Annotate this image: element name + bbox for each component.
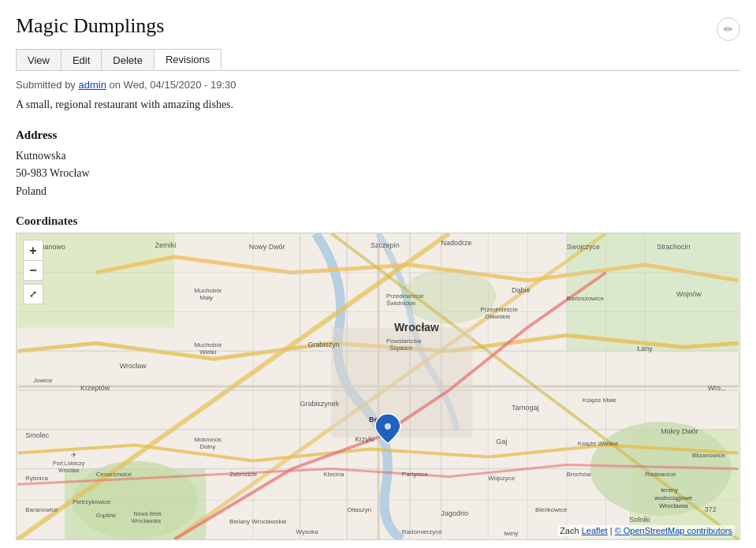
svg-text:Łany: Łany (637, 345, 653, 352)
svg-text:Bielany Wrocławskie: Bielany Wrocławskie (229, 518, 287, 525)
svg-text:Bartoszowice: Bartoszowice (567, 295, 605, 302)
address-line3: Poland (16, 183, 740, 200)
fullscreen-button[interactable]: ⤢ (23, 284, 43, 304)
svg-text:Wojnów: Wojnów (676, 290, 702, 298)
svg-text:Solniki: Solniki (629, 516, 650, 524)
svg-text:Księże Wielkie: Księże Wielkie (578, 440, 619, 447)
svg-text:Wojszyce: Wojszyce (488, 475, 515, 483)
zoom-in-button[interactable]: + (23, 240, 43, 260)
svg-text:Bieńkowice: Bieńkowice (535, 506, 568, 513)
svg-text:Ołtaszyn: Ołtaszyn (347, 506, 371, 513)
page-title: Magic Dumplings (16, 14, 165, 38)
svg-text:Nowa Wieś: Nowa Wieś (134, 511, 162, 516)
svg-point-99 (385, 423, 391, 430)
svg-text:Wysoka: Wysoka (296, 528, 319, 535)
svg-text:Radomierzyce: Radomierzyce (402, 528, 442, 535)
svg-text:Pietrzykowice: Pietrzykowice (73, 498, 111, 505)
svg-text:Przedmieście: Przedmieście (480, 307, 518, 314)
svg-text:Wrocławia: Wrocławia (659, 502, 688, 509)
osm-link[interactable]: © OpenStreetMap contributors (615, 526, 732, 535)
svg-text:Wrocław: Wrocław (120, 362, 147, 370)
svg-text:Mały: Mały (199, 294, 213, 301)
svg-text:Smolec: Smolec (25, 431, 49, 439)
svg-rect-2 (567, 233, 739, 351)
svg-text:Baranowice: Baranowice (25, 506, 58, 513)
submitted-suffix: on Wed, 04/15/2020 - 19:30 (110, 79, 236, 91)
svg-text:Żabrodzie: Żabrodzie (229, 472, 258, 479)
svg-text:Blizanowice: Blizanowice (692, 452, 725, 459)
svg-text:Nowy Dwór: Nowy Dwór (249, 243, 285, 251)
svg-text:Muchobór: Muchobór (194, 341, 222, 349)
tab-view[interactable]: View (16, 49, 61, 70)
svg-text:Oławskie: Oławskie (485, 314, 511, 321)
svg-text:Partynice: Partynice (402, 472, 429, 479)
tab-delete[interactable]: Delete (101, 49, 155, 70)
tab-bar: View Edit Delete Revisions (16, 49, 740, 71)
svg-text:Wrocławska: Wrocławska (132, 518, 161, 524)
edit-pencil-button[interactable]: ✏ (717, 17, 740, 41)
svg-text:Rybnica: Rybnica (25, 475, 48, 483)
svg-text:Wielki: Wielki (199, 349, 216, 356)
svg-text:Dolny: Dolny (199, 443, 215, 450)
svg-text:Jowice: Jowice (33, 377, 53, 384)
svg-text:Gądów: Gądów (96, 512, 116, 519)
svg-text:Jagodno: Jagodno (441, 509, 468, 517)
svg-text:Grabiszynek: Grabiszynek (300, 400, 340, 408)
svg-text:Dąbie: Dąbie (512, 286, 530, 294)
svg-text:Przedmieście: Przedmieście (386, 293, 424, 300)
svg-text:Cesarzowice: Cesarzowice (96, 472, 132, 479)
map-attribution: Zach Leaflet | © OpenStreetMap contribut… (557, 525, 735, 536)
fullscreen-icon: ⤢ (29, 289, 37, 300)
svg-text:wodociągowe: wodociągowe (654, 494, 693, 501)
svg-text:Wrocław: Wrocław (58, 468, 80, 474)
svg-text:Wro...: Wro... (708, 384, 727, 392)
svg-text:✈: ✈ (71, 451, 77, 459)
svg-text:Radwanice: Radwanice (645, 472, 676, 479)
submitted-prefix: Submitted by (16, 79, 76, 91)
address-line1: Kutnowska (16, 147, 740, 165)
svg-text:Wrocław: Wrocław (394, 322, 439, 334)
svg-text:Śląskich: Śląskich (389, 345, 413, 352)
svg-text:Gaj: Gaj (496, 438, 507, 445)
map-container: ✈ Port Lotniczy Wrocław Wrocław Jerzmano… (16, 233, 740, 540)
address-title: Address (16, 125, 740, 144)
tab-revisions[interactable]: Revisions (154, 49, 222, 70)
svg-text:Port Lotniczy: Port Lotniczy (53, 461, 85, 468)
tab-edit[interactable]: Edit (61, 49, 102, 70)
svg-text:Swojczyce: Swojczyce (567, 243, 600, 251)
svg-text:372: 372 (705, 505, 717, 513)
svg-text:Tarnogaj: Tarnogaj (512, 404, 538, 412)
svg-text:Klecina: Klecina (323, 472, 344, 479)
attribution-zach: Zach (560, 526, 582, 535)
coordinates-title: Coordinates (16, 214, 740, 228)
svg-text:Powstańców: Powstańców (386, 337, 422, 345)
pencil-icon: ✏ (724, 23, 733, 35)
svg-text:Strachocin: Strachocin (657, 243, 690, 251)
svg-text:Nadodrze: Nadodrze (441, 239, 472, 247)
map-background: ✈ Port Lotniczy Wrocław Wrocław Jerzmano… (17, 233, 739, 539)
svg-text:Żerniki: Żerniki (155, 241, 176, 249)
zoom-out-button[interactable]: − (23, 260, 43, 281)
svg-text:Grabiszyn: Grabiszyn (307, 341, 339, 349)
address-line2: 50-983 Wrocław (16, 165, 740, 182)
svg-text:Szczepín: Szczepín (371, 241, 400, 249)
svg-text:Iwiny: Iwiny (504, 530, 518, 537)
svg-text:Mokry Dwór: Mokry Dwór (661, 427, 698, 435)
svg-text:tereny: tereny (661, 486, 678, 494)
description-text: A small, regional restaurant with amazin… (16, 99, 740, 111)
svg-text:Mokronos: Mokronos (194, 436, 222, 443)
map-controls: + − ⤢ (23, 240, 43, 304)
leaflet-link[interactable]: Leaflet (582, 526, 608, 535)
svg-text:Muchobór: Muchobór (194, 287, 222, 294)
svg-text:Krzeptów: Krzeptów (80, 384, 110, 392)
address-block: Address Kutnowska 50-983 Wrocław Poland (16, 125, 740, 200)
coordinates-section: Coordinates (16, 214, 740, 540)
author-link[interactable]: admin (79, 79, 106, 91)
svg-text:Brochów: Brochów (567, 472, 591, 479)
submitted-line: Submitted by admin on Wed, 04/15/2020 - … (16, 79, 740, 91)
svg-text:Świdnickie: Świdnickie (386, 300, 416, 307)
svg-text:Księże Małe: Księże Małe (583, 397, 617, 404)
svg-text:Krzyki: Krzyki (355, 435, 374, 443)
